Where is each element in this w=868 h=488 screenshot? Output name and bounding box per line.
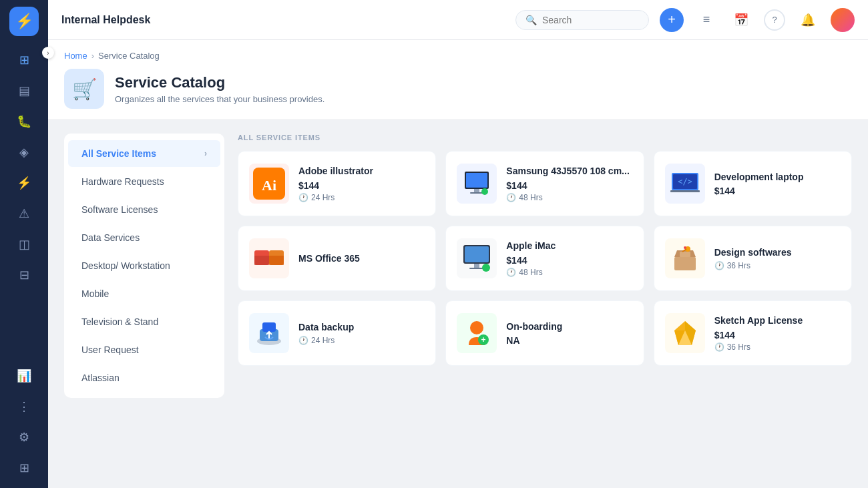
card-time: 48 Hrs bbox=[519, 193, 542, 202]
catalog-card-apple-imac[interactable]: Apple iMac $144 🕐 48 Hrs bbox=[445, 226, 644, 291]
svg-text:+: + bbox=[481, 335, 486, 344]
breadcrumb-home[interactable]: Home bbox=[64, 51, 87, 61]
card-name: On-boarding bbox=[506, 320, 632, 332]
card-meta: 🕐 24 Hrs bbox=[298, 193, 425, 202]
list-icon-btn[interactable]: ≡ bbox=[694, 8, 718, 32]
sidebar-icon-grid[interactable]: ⊞ bbox=[11, 455, 37, 481]
nav-item-hardware-requests[interactable]: Hardware Requests bbox=[68, 168, 220, 195]
clock-icon: 🕐 bbox=[714, 342, 724, 352]
add-button[interactable]: + bbox=[660, 8, 684, 32]
card-info: On-boarding NA bbox=[506, 320, 632, 346]
card-price: $144 bbox=[506, 180, 632, 191]
clock-icon: 🕐 bbox=[714, 261, 724, 270]
nav-item-desktop-workstation[interactable]: Desktop/ Workstation bbox=[68, 252, 220, 279]
catalog-card-sketch-app[interactable]: Sketch App License $144 🕐 36 Hrs bbox=[654, 300, 852, 366]
card-price: $144 bbox=[506, 255, 632, 266]
card-info: Samsung 43J5570 108 cm... $144 🕐 48 Hrs bbox=[506, 165, 632, 202]
adobe-illustrator-icon: Ai bbox=[249, 164, 289, 204]
nav-item-all-service-items[interactable]: All Service Items › bbox=[68, 140, 220, 167]
catalog-card-samsung[interactable]: Samsung 43J5570 108 cm... $144 🕐 48 Hrs bbox=[445, 151, 644, 216]
body-layout: All Service Items › Hardware Requests So… bbox=[48, 120, 868, 488]
content-wrapper: Home › Service Catalog 🛒 Service Catalog… bbox=[48, 40, 868, 488]
catalog-card-design-softwares[interactable]: Design softwares 🕐 36 Hrs bbox=[654, 226, 852, 291]
sidebar-icon-contacts[interactable]: ⊟ bbox=[11, 262, 37, 288]
svg-point-19 bbox=[482, 264, 490, 272]
svg-marker-33 bbox=[685, 321, 696, 330]
sidebar-icon-bolt[interactable]: ⚡ bbox=[11, 170, 37, 196]
card-meta: 🕐 48 Hrs bbox=[506, 193, 632, 202]
card-price: NA bbox=[506, 335, 632, 346]
sidebar-icon-more[interactable]: ⋮ bbox=[11, 393, 37, 420]
sidebar: ⚡ › ⊞ ▤ 🐛 ◈ ⚡ ⚠ ◫ ⊟ 📊 ⋮ ⚙ ⊞ bbox=[0, 0, 48, 488]
sidebar-icon-home[interactable]: ⊞ bbox=[11, 47, 37, 73]
nav-item-data-services[interactable]: Data Services bbox=[68, 224, 220, 251]
svg-rect-16 bbox=[465, 246, 489, 262]
sidebar-icon-layers[interactable]: ◫ bbox=[11, 231, 37, 258]
page-title: Service Catalog bbox=[115, 74, 324, 91]
app-logo[interactable]: ⚡ bbox=[9, 7, 39, 36]
card-info: Apple iMac $144 🕐 48 Hrs bbox=[506, 240, 632, 276]
main-area: Internal Helpdesk 🔍 + ≡ 📅 ? 🔔 Home › Ser… bbox=[48, 0, 868, 488]
sidebar-icon-bug[interactable]: 🐛 bbox=[11, 108, 37, 135]
catalog-grid: Ai Adobe illustrator $144 🕐 24 Hrs bbox=[238, 151, 852, 366]
nav-label: Hardware Requests bbox=[81, 176, 164, 187]
catalog-card-onboarding[interactable]: + On-boarding NA bbox=[445, 300, 644, 366]
svg-rect-20 bbox=[674, 257, 696, 270]
sidebar-icon-shield[interactable]: ◈ bbox=[11, 139, 37, 166]
search-bar[interactable]: 🔍 bbox=[515, 10, 649, 30]
development-laptop-icon: </> bbox=[665, 164, 705, 204]
svg-rect-4 bbox=[474, 189, 479, 192]
svg-text:Ai: Ai bbox=[262, 177, 276, 194]
sidebar-expand-btn[interactable]: › bbox=[42, 47, 54, 59]
card-time: 36 Hrs bbox=[727, 342, 750, 352]
page-subtitle: Organizes all the services that your bus… bbox=[115, 94, 324, 104]
sketch-app-icon bbox=[665, 313, 705, 353]
card-meta: 🕐 36 Hrs bbox=[714, 261, 841, 270]
svg-rect-22 bbox=[680, 252, 690, 257]
calendar-icon-btn[interactable]: 📅 bbox=[729, 8, 753, 32]
sidebar-icon-warning[interactable]: ⚠ bbox=[11, 200, 37, 227]
nav-label: Television & Stand bbox=[81, 316, 158, 327]
ms-office-icon bbox=[249, 238, 289, 278]
nav-item-mobile[interactable]: Mobile bbox=[68, 280, 220, 307]
catalog-card-ms-office[interactable]: MS Office 365 bbox=[238, 226, 436, 291]
page-header-band: Home › Service Catalog 🛒 Service Catalog… bbox=[48, 40, 868, 120]
card-name: Apple iMac bbox=[506, 240, 632, 252]
catalog-card-adobe-illustrator[interactable]: Ai Adobe illustrator $144 🕐 24 Hrs bbox=[238, 151, 436, 216]
page-title-row: 🛒 Service Catalog Organizes all the serv… bbox=[64, 69, 852, 109]
card-name: Data backup bbox=[298, 321, 425, 333]
sidebar-icon-chart[interactable]: 📊 bbox=[11, 362, 37, 389]
card-price: $144 bbox=[714, 330, 841, 340]
card-meta: 🕐 36 Hrs bbox=[714, 342, 841, 352]
card-info: Data backup 🕐 24 Hrs bbox=[298, 321, 425, 344]
card-info: MS Office 365 bbox=[298, 252, 425, 264]
nav-label: All Service Items bbox=[81, 148, 156, 159]
catalog-card-dev-laptop[interactable]: </> Development laptop $144 bbox=[654, 151, 852, 216]
card-meta: 🕐 48 Hrs bbox=[506, 268, 632, 277]
card-price: $144 bbox=[714, 186, 841, 196]
catalog-heading: ALL SERVICE ITEMS bbox=[238, 134, 852, 142]
left-nav: All Service Items › Hardware Requests So… bbox=[64, 134, 224, 398]
page-icon: 🛒 bbox=[64, 69, 104, 109]
breadcrumb-separator: › bbox=[91, 51, 94, 61]
nav-item-user-request[interactable]: User Request bbox=[68, 336, 220, 363]
help-icon-btn[interactable]: ? bbox=[764, 9, 785, 31]
nav-item-software-licenses[interactable]: Software Licenses bbox=[68, 196, 220, 223]
catalog-card-data-backup[interactable]: Data backup 🕐 24 Hrs bbox=[238, 300, 436, 366]
card-info: Sketch App License $144 🕐 36 Hrs bbox=[714, 314, 841, 351]
nav-item-television-stand[interactable]: Television & Stand bbox=[68, 308, 220, 335]
page-title-block: Service Catalog Organizes all the servic… bbox=[115, 74, 324, 104]
card-name: Development laptop bbox=[714, 171, 841, 183]
sidebar-icon-settings[interactable]: ⚙ bbox=[11, 424, 37, 451]
bell-icon-btn[interactable]: 🔔 bbox=[796, 8, 820, 32]
catalog-area: ALL SERVICE ITEMS Ai Adobe illustrator $… bbox=[238, 134, 852, 488]
sidebar-icon-inbox[interactable]: ▤ bbox=[11, 77, 37, 104]
svg-point-29 bbox=[470, 321, 483, 334]
svg-rect-13 bbox=[254, 256, 269, 265]
svg-text:</>: </> bbox=[678, 177, 692, 186]
nav-item-atlassian[interactable]: Atlassian bbox=[68, 364, 220, 391]
search-input[interactable] bbox=[542, 15, 636, 25]
breadcrumb-current: Service Catalog bbox=[98, 51, 160, 61]
user-avatar[interactable] bbox=[831, 8, 855, 32]
card-time: 48 Hrs bbox=[519, 268, 542, 277]
